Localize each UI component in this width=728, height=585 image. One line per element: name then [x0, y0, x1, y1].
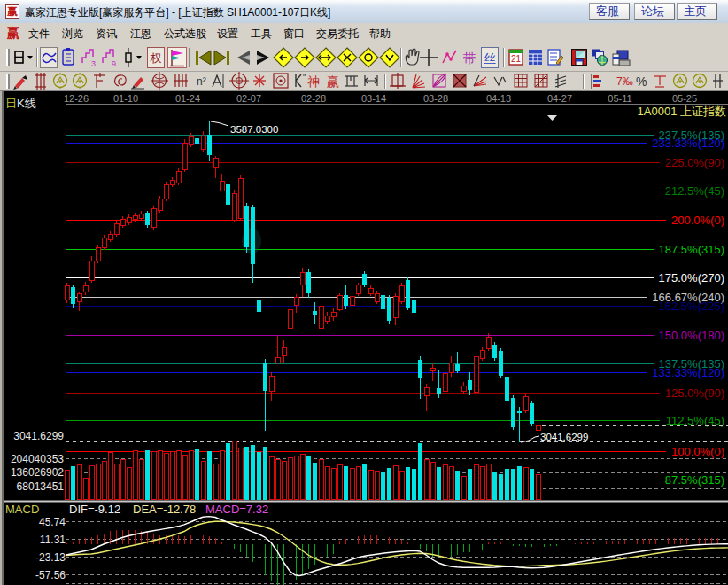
svg-text:204040353: 204040353 [11, 453, 64, 465]
svg-text:3041.6299: 3041.6299 [13, 430, 64, 442]
svg-text:150.0%(180): 150.0%(180) [659, 329, 724, 342]
svg-text:212.5%(45): 212.5%(45) [665, 184, 724, 198]
svg-text:05-11: 05-11 [608, 93, 631, 104]
svg-text:DIF=-9.12: DIF=-9.12 [69, 503, 120, 516]
svg-text:187.5%(315): 187.5%(315) [659, 243, 724, 256]
svg-text:1A0001 上证指数: 1A0001 上证指数 [638, 105, 726, 118]
svg-text:133.33%(120): 133.33%(120) [652, 366, 724, 379]
svg-text:200.0%(0): 200.0%(0) [671, 214, 724, 227]
svg-text:权: 权 [150, 51, 162, 65]
svg-text:-57.56: -57.56 [35, 569, 66, 581]
svg-text:01-10: 01-10 [113, 93, 138, 104]
svg-text:3: 3 [91, 59, 96, 68]
svg-text:175.0%(270): 175.0%(270) [659, 271, 724, 285]
svg-text:-23.13: -23.13 [35, 551, 66, 564]
svg-text:MACD: MACD [5, 503, 39, 516]
svg-text:赢: 赢 [327, 74, 339, 89]
svg-text:日K线: 日K线 [5, 97, 36, 110]
svg-text:神: 神 [307, 74, 320, 89]
svg-text:7‰: 7‰ [616, 75, 633, 88]
svg-text:45.74: 45.74 [39, 516, 66, 528]
svg-text:DEA=-12.78: DEA=-12.78 [133, 503, 196, 516]
svg-text:02-07: 02-07 [236, 93, 261, 104]
svg-text:112.5%(45): 112.5%(45) [666, 414, 724, 427]
svg-text:68013451: 68013451 [17, 480, 65, 493]
svg-text:带: 带 [463, 51, 476, 66]
svg-text:136026902: 136026902 [11, 466, 64, 479]
svg-text:125.0%(90): 125.0%(90) [665, 386, 724, 400]
svg-text:04-27: 04-27 [547, 93, 572, 104]
svg-text:3587.0300: 3587.0300 [230, 124, 278, 135]
svg-text:21: 21 [511, 54, 522, 64]
svg-text:n²: n² [197, 75, 206, 88]
svg-text:04-13: 04-13 [486, 93, 511, 104]
svg-text:233.33%(120): 233.33%(120) [652, 136, 724, 150]
svg-text:MACD=7.32: MACD=7.32 [205, 503, 268, 516]
svg-text:丝: 丝 [484, 51, 496, 66]
svg-text:87.5%(315): 87.5%(315) [665, 473, 724, 487]
svg-text:100.0%(0): 100.0%(0) [671, 445, 724, 458]
svg-text:9: 9 [112, 59, 116, 68]
svg-text:03-14: 03-14 [361, 93, 386, 104]
svg-text:": " [303, 73, 306, 82]
svg-text:162.5%(225): 162.5%(225) [659, 300, 724, 313]
svg-text:225.0%(90): 225.0%(90) [665, 156, 724, 169]
svg-text:3041.6299: 3041.6299 [540, 432, 588, 442]
svg-text:01-24: 01-24 [175, 93, 200, 104]
svg-text:11.31: 11.31 [40, 534, 66, 546]
svg-text:02-28: 02-28 [301, 93, 326, 104]
svg-text:12-26: 12-26 [64, 93, 89, 104]
svg-text:05-25: 05-25 [672, 93, 697, 104]
svg-text:03-28: 03-28 [423, 93, 448, 104]
svg-text:%: % [636, 74, 647, 89]
